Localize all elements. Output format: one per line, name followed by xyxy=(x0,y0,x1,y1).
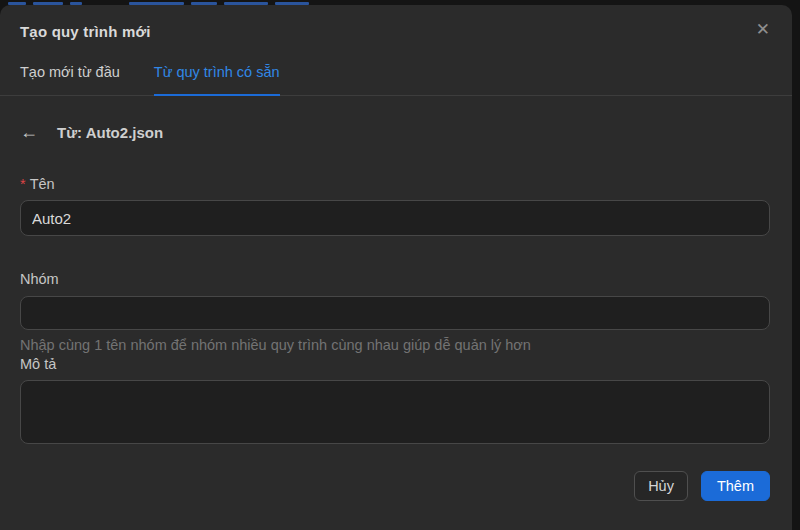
back-arrow-icon[interactable]: ← xyxy=(20,123,38,141)
cancel-button[interactable]: Hủy xyxy=(634,471,688,501)
close-icon[interactable]: ✕ xyxy=(756,21,770,38)
submit-button[interactable]: Thêm xyxy=(701,471,770,501)
source-file-title: Từ: Auto2.json xyxy=(57,124,163,141)
tab-bar: Tạo mới từ đầu Từ quy trình có sẵn xyxy=(0,64,792,96)
modal-header: Tạo quy trình mới ✕ xyxy=(0,5,792,40)
name-input[interactable] xyxy=(20,200,770,236)
group-input[interactable] xyxy=(20,296,770,330)
modal-title: Tạo quy trình mới xyxy=(20,23,770,40)
description-input[interactable] xyxy=(20,380,770,444)
modal-footer: Hủy Thêm xyxy=(0,471,792,501)
group-help-text: Nhập cùng 1 tên nhóm để nhóm nhiều quy t… xyxy=(20,337,770,353)
required-mark: * xyxy=(20,176,26,192)
create-process-modal: Tạo quy trình mới ✕ Tạo mới từ đầu Từ qu… xyxy=(0,5,792,530)
source-file-header: ← Từ: Auto2.json xyxy=(20,123,770,141)
name-label: *Tên xyxy=(20,176,770,192)
description-label: Mô tả xyxy=(20,356,770,372)
tab-create-from-scratch[interactable]: Tạo mới từ đầu xyxy=(20,64,120,96)
group-label: Nhóm xyxy=(20,271,770,287)
group-label-text: Nhóm xyxy=(20,271,59,287)
process-form: *Tên Nhóm Nhập cùng 1 tên nhóm để nhóm n… xyxy=(20,176,770,444)
name-label-text: Tên xyxy=(30,176,55,192)
description-label-text: Mô tả xyxy=(20,356,56,372)
tab-from-existing-process[interactable]: Từ quy trình có sẵn xyxy=(154,64,280,96)
